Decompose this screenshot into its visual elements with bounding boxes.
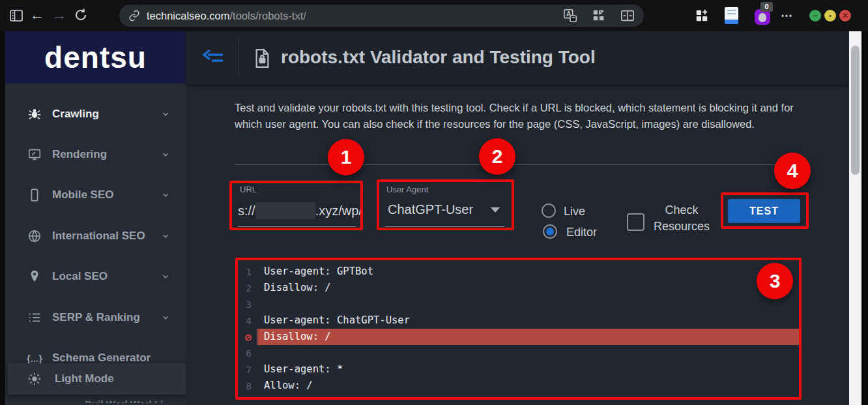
editor-line: 3 (238, 296, 799, 312)
robots-txt-editor[interactable]: 1User-agent: GPTBot 2Disallow: / 3 4User… (235, 258, 802, 400)
docs-extension-icon[interactable] (725, 7, 738, 24)
address-bar[interactable]: technicalseo.com/tools/robots-txt/ A (119, 5, 644, 27)
browser-toolbar: ← → technicalseo.com/tools/robots-txt/ A (0, 0, 868, 31)
light-mode-toggle[interactable]: Light Mode (8, 363, 189, 395)
sidebar-item-local-seo[interactable]: Local SEO (5, 262, 186, 291)
browser-menu-icon[interactable]: ⋯ (781, 8, 794, 23)
phone-icon (26, 188, 43, 202)
scrollbar-thumb[interactable] (851, 46, 860, 175)
split-view-icon[interactable] (620, 8, 635, 23)
window-edge-right (861, 31, 868, 405)
extension-badge: 0 (760, 2, 773, 12)
editor-line-blocked: ⊘Disallow: / (238, 329, 799, 345)
page-scrollbar[interactable] (849, 31, 861, 405)
robots-file-icon (254, 48, 270, 68)
chevron-down-icon (161, 150, 170, 159)
chevron-down-icon (161, 272, 170, 281)
chevron-down-icon (161, 110, 170, 119)
editor-line: 8Allow: / (238, 378, 799, 394)
url-field-label: URL (240, 185, 257, 194)
share-tiles-icon[interactable] (592, 8, 606, 23)
app-window: ← → technicalseo.com/tools/robots-txt/ A (0, 0, 868, 405)
radio-live-label: Live (564, 205, 585, 218)
editor-line: 6 (238, 345, 799, 361)
radio-live[interactable] (542, 203, 556, 218)
page-title: robots.txt Validator and Testing Tool (281, 47, 596, 68)
translate-icon[interactable]: A (563, 8, 577, 23)
editor-line: 7User-agent: * (238, 361, 799, 378)
pin-icon (26, 269, 43, 284)
editor-line: 9Disallow: /wp-admin/ (238, 394, 799, 400)
url-input[interactable]: s://.xyz/wp/ (238, 202, 362, 219)
radio-editor-label: Editor (566, 226, 597, 239)
chevron-down-icon (161, 190, 170, 200)
braces-icon: {...} (26, 353, 43, 364)
chevron-down-icon (161, 232, 170, 241)
user-agent-underline (385, 226, 504, 227)
page-header: robots.txt Validator and Testing Tool (186, 31, 849, 85)
window-edge-left (0, 31, 5, 405)
sidebar-toggle-icon[interactable] (9, 8, 23, 23)
blocked-icon: ⊘ (238, 331, 257, 344)
forward-icon[interactable]: → (52, 8, 66, 22)
editor-line: 2Disallow: / (238, 280, 799, 296)
check-resources-label: Resources (650, 220, 714, 233)
bug-icon (26, 107, 43, 121)
user-agent-label: User Agent (386, 185, 428, 194)
maximize-button[interactable]: ▪ (824, 10, 836, 22)
editor-line: 4User-agent: ChatGPT-User (238, 312, 799, 329)
editor-line: 1User-agent: GPTBot (238, 263, 799, 280)
sidebar: dentsu Crawling Rendering Mobile SEO (5, 31, 186, 405)
header-divider (239, 40, 239, 76)
test-button[interactable]: TEST (728, 199, 800, 223)
user-agent-select[interactable]: ChatGPT-User (388, 202, 473, 217)
section-divider (235, 164, 808, 165)
sidebar-item-serp-ranking[interactable]: SERP & Ranking (5, 303, 186, 332)
dentsu-logo: dentsu (5, 31, 186, 83)
chevron-down-icon (161, 313, 170, 322)
ranking-list-icon (26, 310, 43, 325)
collapse-sidebar-icon[interactable] (201, 50, 225, 67)
globe-icon (26, 229, 43, 243)
sidebar-item-crawling[interactable]: Crawling (5, 100, 186, 128)
check-resources-checkbox[interactable] (627, 213, 644, 231)
url-input-underline (238, 226, 356, 227)
check-resources-label: Check (650, 203, 714, 217)
sidebar-item-international-seo[interactable]: International SEO (5, 222, 186, 250)
minimize-button[interactable]: − (809, 10, 821, 22)
url-text: technicalseo.com/tools/robots-txt/ (147, 10, 306, 22)
dropdown-caret-icon[interactable] (491, 207, 500, 213)
radio-editor[interactable] (543, 224, 557, 239)
link-icon (128, 10, 140, 22)
extensions-icon[interactable] (695, 8, 709, 23)
back-icon[interactable]: ← (30, 8, 44, 22)
reload-icon[interactable] (73, 7, 89, 23)
sidebar-item-mobile-seo[interactable]: Mobile SEO (5, 181, 186, 209)
close-button[interactable]: ✕ (839, 10, 851, 22)
redacted-domain (255, 202, 315, 219)
monitor-icon (26, 147, 43, 162)
sidebar-item-rendering[interactable]: Rendering (5, 140, 186, 169)
tool-description: Test and validate your robots.txt with t… (235, 100, 805, 132)
sun-icon (26, 372, 43, 386)
